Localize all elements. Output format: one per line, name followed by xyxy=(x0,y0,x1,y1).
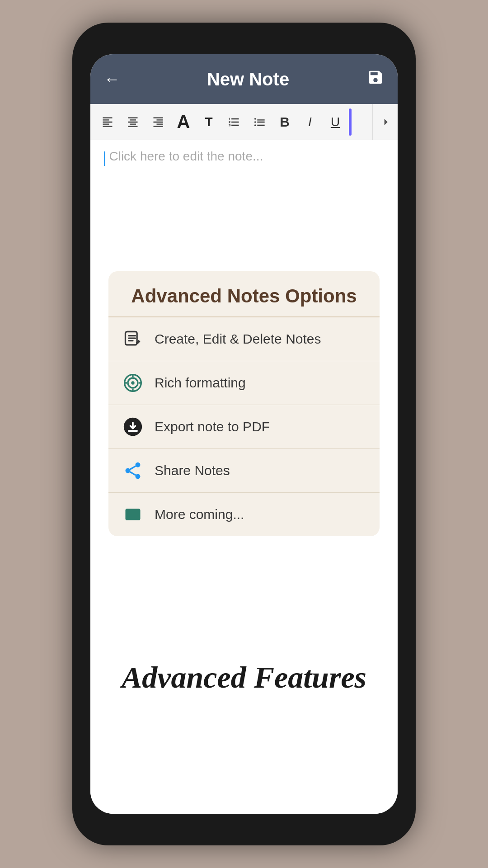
card-item-export[interactable]: Export note to PDF xyxy=(108,405,380,449)
align-right-button[interactable] xyxy=(145,108,171,136)
card-item-more: More coming... xyxy=(108,493,380,536)
share-notes-label: Share Notes xyxy=(155,463,230,478)
download-icon xyxy=(121,415,145,439)
bottom-section: Advanced Features xyxy=(90,541,398,814)
advanced-features-title: Advanced Features xyxy=(122,660,366,695)
card-item-rich[interactable]: Rich formatting xyxy=(108,361,380,405)
phone-frame: ← New Note xyxy=(72,23,416,845)
cursor-indicator xyxy=(104,151,105,166)
ordered-list-button[interactable] xyxy=(221,108,247,136)
header: ← New Note xyxy=(90,54,398,104)
svg-point-10 xyxy=(136,462,141,467)
bold-button[interactable]: B xyxy=(272,108,297,136)
back-button[interactable]: ← xyxy=(104,70,120,89)
svg-line-13 xyxy=(130,472,136,475)
svg-line-14 xyxy=(130,466,136,469)
phone-screen: ← New Note xyxy=(90,54,398,814)
card-title: Advanced Notes Options xyxy=(108,271,380,317)
note-area[interactable]: Click here to edit the note... xyxy=(90,140,398,267)
italic-button[interactable]: I xyxy=(297,108,323,136)
font-large-button[interactable]: A xyxy=(171,108,196,136)
page-title: New Note xyxy=(129,69,367,90)
svg-point-11 xyxy=(126,468,131,473)
note-placeholder: Click here to edit the note... xyxy=(109,149,263,163)
create-edit-delete-label: Create, Edit & Delete Notes xyxy=(155,331,321,347)
edit-icon xyxy=(121,327,145,351)
rich-formatting-label: Rich formatting xyxy=(155,375,246,391)
card-item-share[interactable]: Share Notes xyxy=(108,449,380,493)
card-item-create[interactable]: Create, Edit & Delete Notes xyxy=(108,317,380,361)
info-card: Advanced Notes Options Create, Edit & De… xyxy=(108,271,380,536)
bullet-list-button[interactable] xyxy=(247,108,272,136)
font-small-button[interactable]: T xyxy=(196,108,221,136)
toolbar-accent xyxy=(349,108,352,136)
share-icon xyxy=(121,459,145,482)
format-toolbar: A T B I U xyxy=(90,104,398,140)
svg-point-3 xyxy=(131,382,134,385)
more-coming-label: More coming... xyxy=(155,507,244,522)
underline-button[interactable]: U xyxy=(323,108,348,136)
svg-rect-15 xyxy=(126,509,141,521)
target-icon xyxy=(121,371,145,395)
align-left-button[interactable] xyxy=(95,108,120,136)
export-pdf-label: Export note to PDF xyxy=(155,419,270,434)
svg-point-12 xyxy=(136,474,141,479)
toolbar-next-button[interactable] xyxy=(372,104,398,140)
align-center-button[interactable] xyxy=(120,108,145,136)
more-icon xyxy=(121,503,145,526)
save-button[interactable] xyxy=(367,69,384,90)
